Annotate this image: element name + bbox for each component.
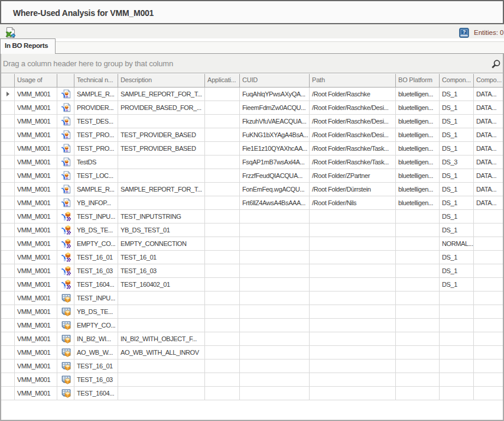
svg-text:XXX: XXX [65,108,69,111]
svg-text:XXX: XXX [65,190,69,193]
svg-text:XXX: XXX [65,95,69,98]
svg-text:XXX: XXX [65,163,69,166]
svg-text:XXX: XXX [65,149,69,152]
svg-text:XXX: XXX [65,176,69,179]
svg-text:XXX: XXX [65,122,69,125]
svg-text:?: ? [463,29,466,35]
svg-text:XXX: XXX [65,203,69,206]
svg-text:XXX: XXX [65,135,69,138]
